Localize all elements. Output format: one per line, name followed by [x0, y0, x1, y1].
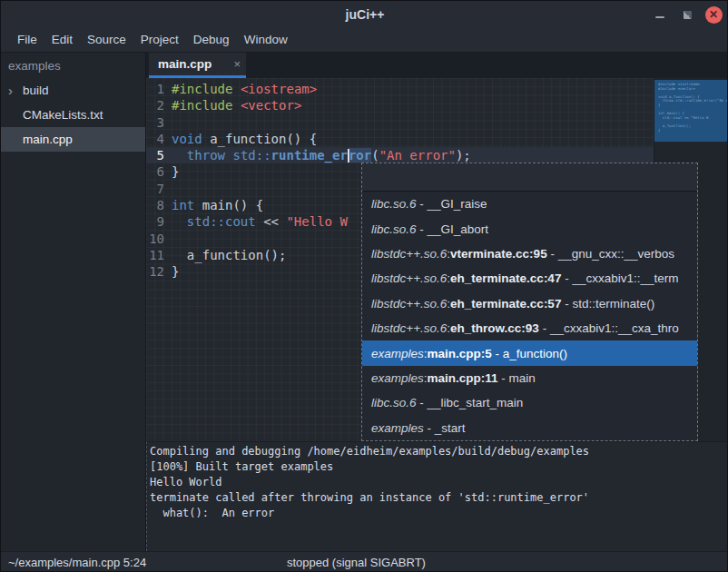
terminal-line: Compiling and debugging /home/eidheim/ex… — [150, 444, 728, 459]
terminal-line: Hello World — [150, 475, 728, 490]
project-tree: examples ›buildCMakeLists.txtmain.cpp — [1, 53, 146, 551]
stack-frame[interactable]: libstdc++.so.6:eh_throw.cc:93 - __cxxabi… — [362, 316, 697, 340]
tab-label: main.cpp — [158, 57, 228, 71]
tree-item-label: CMakeLists.txt — [23, 108, 103, 122]
menu-file[interactable]: File — [10, 28, 44, 52]
frame-library: examples — [371, 371, 424, 385]
frame-function: a_function() — [503, 347, 567, 360]
code-line[interactable]: 2#include <vector> — [146, 97, 654, 113]
frame-function: std::terminate() — [572, 297, 654, 311]
code-text: std::cout << "Hello W — [172, 213, 348, 230]
line-number: 9 — [146, 213, 172, 230]
frame-function: __cxxabiv1::__term — [572, 271, 678, 285]
restore-button[interactable] — [680, 1, 694, 28]
menu-window[interactable]: Window — [237, 28, 295, 52]
stack-frame[interactable]: libstdc++.so.6:vterminate.cc:95 - __gnu_… — [362, 242, 697, 266]
juci-window: juCi++ ✕ FileEditSourceProjectDebugWindo… — [0, 0, 728, 572]
stack-frame[interactable]: libstdc++.so.6:eh_terminate.cc:47 - __cx… — [362, 266, 697, 291]
sidebar-item-build[interactable]: ›build — [1, 78, 145, 103]
frame-file-line: vterminate.cc:95 — [450, 247, 547, 261]
code-line[interactable]: 5 throw std::runtime_error("An error"); — [146, 147, 654, 163]
close-button[interactable]: ✕ — [702, 1, 725, 28]
frame-file-line: eh_terminate.cc:47 — [450, 271, 561, 285]
frame-library: libstdc++.so.6 — [371, 321, 447, 335]
frame-function: __libc_start_main — [428, 396, 524, 409]
minimize-icon — [655, 16, 664, 18]
status-file-location: ~/examples/main.cpp 5:24 — [8, 552, 146, 572]
backtrace-popup: libc.so.6 - __GI_raiselibc.so.6 - __GI_a… — [361, 163, 698, 441]
sidebar-item-main-cpp[interactable]: main.cpp — [1, 127, 145, 152]
terminal-line: what(): An error — [150, 506, 728, 521]
code-line[interactable]: 1#include <iostream> — [146, 81, 654, 97]
frame-library: examples — [371, 421, 424, 435]
frame-function: __cxxabiv1::__cxa_thro — [550, 321, 679, 335]
project-name: examples — [1, 53, 145, 78]
frame-library: libstdc++.so.6 — [371, 297, 447, 311]
tab-main-cpp[interactable]: main.cpp × — [149, 53, 246, 78]
terminal-line: terminate called after throwing an insta… — [150, 490, 728, 506]
statusbar: ~/examples/main.cpp 5:24 stopped (signal… — [1, 551, 728, 572]
frame-file-line: eh_terminate.cc:57 — [450, 297, 561, 311]
line-number: 4 — [146, 131, 172, 147]
frame-function: __GI_raise — [428, 197, 487, 211]
code-text: throw std::runtime_error("An error"); — [172, 147, 471, 163]
tab-close-icon[interactable]: × — [228, 58, 241, 70]
code-line[interactable]: 3 — [146, 114, 654, 131]
stack-frame[interactable]: libc.so.6 - __GI_raise — [362, 192, 697, 216]
code-text: #include <vector> — [172, 97, 301, 113]
frame-library: libc.so.6 — [371, 197, 417, 211]
terminal-output: Compiling and debugging /home/eidheim/ex… — [146, 441, 728, 551]
code-text: } — [172, 263, 179, 280]
minimap-slider[interactable]: #include <iostream> #include <vector> vo… — [654, 80, 727, 142]
tree-item-label: build — [23, 84, 49, 97]
close-icon: ✕ — [705, 6, 723, 24]
menu-edit[interactable]: Edit — [44, 28, 80, 52]
tree-item-label: main.cpp — [23, 133, 73, 146]
frame-function: _start — [435, 421, 466, 435]
stack-frame[interactable]: examples:main.cpp:11 - main — [362, 366, 697, 390]
menu-debug[interactable]: Debug — [186, 28, 237, 52]
stack-frame[interactable]: examples:main.cpp:5 - a_function() — [362, 340, 697, 365]
minimize-button[interactable] — [653, 1, 667, 28]
minimap-code: #include <iostream> #include <vector> vo… — [654, 80, 727, 133]
frame-library: examples — [371, 347, 424, 360]
chevron-right-icon[interactable]: › — [8, 78, 13, 103]
sidebar-item-cmakelists-txt[interactable]: CMakeLists.txt — [1, 103, 145, 127]
tabbar: main.cpp × — [146, 53, 728, 78]
line-number: 8 — [146, 197, 172, 213]
frame-library: libstdc++.so.6 — [371, 247, 447, 261]
menubar: FileEditSourceProjectDebugWindow — [1, 28, 728, 53]
line-number: 1 — [146, 81, 172, 97]
titlebar[interactable]: juCi++ ✕ — [1, 1, 728, 28]
menu-source[interactable]: Source — [80, 28, 133, 52]
code-text: void a_function() { — [172, 131, 317, 147]
stack-frame[interactable]: libc.so.6 - __GI_abort — [362, 216, 697, 241]
line-number: 12 — [146, 263, 172, 280]
code-text: } — [172, 163, 179, 180]
stack-frame[interactable]: examples - _start — [362, 416, 697, 440]
frame-library: libc.so.6 — [371, 222, 417, 236]
line-number: 10 — [146, 231, 172, 247]
line-number: 5 — [146, 147, 172, 163]
menu-project[interactable]: Project — [133, 28, 186, 52]
line-number: 11 — [146, 247, 172, 263]
frame-library: libc.so.6 — [371, 396, 417, 409]
line-number: 6 — [146, 163, 172, 180]
frame-function: __GI_abort — [428, 222, 489, 236]
code-text: a_function(); — [172, 247, 286, 263]
frame-file-line: main.cpp:11 — [428, 371, 498, 385]
stack-frame[interactable]: libstdc++.so.6:eh_terminate.cc:57 - std:… — [362, 291, 697, 316]
line-number: 7 — [146, 181, 172, 197]
line-number: 3 — [146, 114, 172, 131]
terminal-line: [100%] Built target examples — [150, 459, 728, 475]
frame-function: main — [509, 371, 536, 385]
code-line[interactable]: 4void a_function() { — [146, 131, 654, 147]
frame-file-line: main.cpp:5 — [428, 347, 492, 360]
status-debug-state: stopped (signal SIGABRT) — [287, 552, 426, 572]
frame-function: __gnu_cxx::__verbos — [558, 247, 674, 261]
window-title: juCi++ — [1, 1, 728, 28]
frame-library: libstdc++.so.6 — [371, 271, 447, 285]
popup-search-input[interactable] — [362, 163, 697, 192]
stack-frame[interactable]: libc.so.6 - __libc_start_main — [362, 390, 697, 415]
code-text: #include <iostream> — [172, 81, 317, 97]
